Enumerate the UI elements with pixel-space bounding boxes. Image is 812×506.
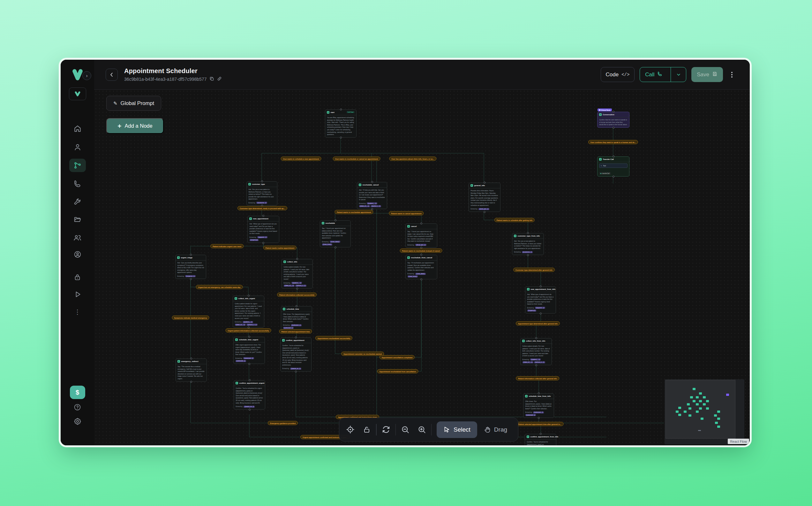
- edge-condition-label[interactable]: Urgent but not emergency, can schedule s…: [196, 285, 243, 289]
- flow-node-new_appointment[interactable]: new_appointmentAsk: 'What type of appoin…: [247, 216, 279, 243]
- conversation-node-icon: [283, 260, 286, 263]
- flow-node-emergency_redirect[interactable]: emergency_redirectSay: 'This sounds like…: [176, 358, 207, 382]
- edge-condition-label[interactable]: Appointment cancellation completed: [379, 355, 415, 359]
- add-node-button[interactable]: + Add a Node: [106, 118, 164, 134]
- flow-node-transfer_call[interactable]: Transfer Call✎TooltransferCall: [597, 156, 629, 177]
- cursor-icon: [443, 426, 450, 433]
- zoom-in-button[interactable]: [415, 422, 428, 437]
- edge-condition-label[interactable]: User wants to schedule a new appointment: [281, 157, 322, 161]
- edge-condition-label[interactable]: Customer type determined after general i…: [513, 268, 555, 272]
- flow-node-collect_info[interactable]: collect_infoCollect patient details. For…: [281, 259, 313, 288]
- copy-icon[interactable]: [209, 76, 214, 82]
- sidebar-item-api-keys[interactable]: [61, 270, 94, 284]
- refresh-layout-button[interactable]: [379, 422, 393, 437]
- lock-toggle-button[interactable]: [360, 422, 373, 437]
- zoom-out-button[interactable]: [398, 422, 412, 437]
- flow-node-urgent_triage[interactable]: urgent_triageAsk: 'Can you briefly descr…: [175, 255, 206, 279]
- back-button[interactable]: [106, 69, 118, 81]
- edge-condition-label[interactable]: User wants to reschedule or cancel an ap…: [333, 157, 380, 161]
- flow-node-reschedule[interactable]: rescheduleSay: 'I found your appointment…: [320, 220, 351, 247]
- node-body: Confirm: 'You're scheduled for urgent {{…: [234, 386, 265, 406]
- sidebar-item-assistants[interactable]: [61, 140, 94, 154]
- edge-condition-label[interactable]: Symptoms indicate medical emergency: [172, 316, 209, 320]
- edge-condition-label[interactable]: Appointment rescheduled successfully: [315, 336, 352, 340]
- sidebar-item-more[interactable]: ⋮: [61, 305, 94, 319]
- flow-node-schedule_time_urgent[interactable]: schedule_time_urgentOffer urgent appoint…: [233, 337, 265, 364]
- select-mode-button[interactable]: Select: [437, 421, 477, 438]
- sidebar-item-tools[interactable]: [61, 195, 94, 209]
- minimap-node-dot: [717, 418, 720, 420]
- fit-view-button[interactable]: [344, 422, 357, 437]
- flow-node-new_appointment_from_info[interactable]: new_appointment_from_infoAsk: 'What type…: [525, 286, 556, 314]
- global-prompt-button[interactable]: ✎ Global Prompt: [106, 96, 161, 111]
- extract-variable-chip: {{urgency}}: [250, 239, 259, 241]
- save-button[interactable]: Save: [691, 67, 723, 82]
- sidebar-item-files[interactable]: [61, 212, 94, 226]
- edge-condition-label[interactable]: Patient wants to cancel appointment: [389, 212, 424, 216]
- edge-condition-label[interactable]: Appointment type determined after genera…: [516, 322, 560, 326]
- edge-condition-label[interactable]: Urgent patient information collected suc…: [225, 329, 271, 333]
- edge-condition-label[interactable]: User has questions about clinic info, ho…: [389, 157, 436, 161]
- flow-node-cancel[interactable]: cancelSay: 'I found your appointment on …: [405, 224, 437, 248]
- sidebar-item-billing[interactable]: $: [61, 385, 94, 399]
- edge-condition-label[interactable]: Patient wants to reschedule appointment: [335, 210, 373, 214]
- tool-select-row[interactable]: ✎Tool: [599, 163, 628, 168]
- code-button[interactable]: Code </>: [601, 67, 635, 82]
- page-title: Appointment Scheduler: [124, 67, 222, 75]
- sidebar-item-settings[interactable]: [61, 414, 94, 428]
- edge-condition-label[interactable]: Patient indicates urgent care need: [210, 244, 244, 248]
- extracting-row: Extracting:{{custome...}}: [247, 202, 277, 205]
- edge-condition-label[interactable]: User confirms they want to speak to a hu…: [588, 140, 638, 144]
- call-options-button[interactable]: [670, 67, 686, 82]
- flow-node-conversation_global[interactable]: Global NodeConversationConfirm that the …: [597, 112, 629, 128]
- conversation-node-icon: [359, 184, 362, 186]
- flow-node-schedule_time_from_info[interactable]: schedule_time_from_infoOffer times: 'For…: [523, 393, 554, 418]
- sidebar-item-home[interactable]: [61, 121, 94, 136]
- edge-condition-label[interactable]: Customer type determined, ready to proce…: [238, 206, 287, 210]
- sidebar-item-phone-numbers[interactable]: [61, 177, 94, 191]
- edge-condition-label[interactable]: Emergency guidance provided: [268, 421, 298, 425]
- edge-condition-label[interactable]: Appointment rescheduled from cancellatio…: [377, 369, 419, 373]
- extract-variable-chip: {{custome...}}: [522, 251, 533, 253]
- edge-condition-label[interactable]: Patient information collected successful…: [277, 293, 317, 297]
- sidebar-item-org-switcher[interactable]: [61, 87, 94, 101]
- sidebar-item-help[interactable]: [61, 400, 94, 414]
- link-icon[interactable]: [217, 76, 222, 82]
- drag-mode-button[interactable]: Drag: [477, 421, 514, 438]
- more-menu-button[interactable]: [728, 71, 736, 79]
- edge-condition-label[interactable]: Patient needs routine appointment: [263, 246, 296, 250]
- minimap[interactable]: [664, 379, 744, 444]
- node-title: emergency_redirect: [181, 360, 198, 362]
- flow-node-start[interactable]: startCall StartYou are Riley, appointmen…: [325, 109, 357, 138]
- edge-condition-label[interactable]: Patient wants to reschedule instead of c…: [400, 249, 442, 253]
- node-title: new_appointment: [253, 218, 268, 220]
- flow-node-general_info[interactable]: general_infoProvide clinic information. …: [468, 183, 501, 212]
- edge-condition-label[interactable]: Patient selected appointment time: [279, 329, 312, 334]
- flow-node-customer_type[interactable]: customer_typeAsk: 'Are you a new patient…: [246, 181, 277, 205]
- edge-condition-label[interactable]: Appointment canceled, no reschedule want…: [341, 352, 384, 356]
- flow-canvas[interactable]: ✎ Global Prompt + Add a Node startCall S…: [94, 89, 750, 445]
- extract-variable-chip: {{new_time}}: [408, 275, 418, 277]
- call-button[interactable]: Call: [640, 67, 668, 82]
- flow-node-collect_info_from_info[interactable]: collect_info_from_infoCollect patient de…: [520, 338, 552, 365]
- sidebar-item-workflows[interactable]: [61, 158, 94, 172]
- flow-node-reschedule_cancel[interactable]: reschedule_cancelAsk: 'I'll help you wit…: [357, 182, 387, 209]
- sidebar-item-squads[interactable]: [61, 231, 94, 245]
- sidebar-expand-button[interactable]: ›: [82, 71, 91, 80]
- edge-condition-label[interactable]: Patient wants to schedule after getting …: [494, 218, 535, 222]
- sidebar-item-test[interactable]: [61, 287, 94, 302]
- node-body: Ask: 'What type of appointment do you ne…: [248, 222, 279, 237]
- edge-condition-label[interactable]: Patient selected appointment time after …: [516, 422, 564, 426]
- edge-condition-label[interactable]: Patient information collected after gene…: [516, 376, 559, 381]
- flow-node-collect_info_urgent[interactable]: collect_info_urgentCollect patient detai…: [233, 296, 264, 328]
- node-body: Ask: 'I'll help you with that. Can you p…: [357, 188, 387, 203]
- flow-node-schedule_time[interactable]: schedule_timeOffer times: 'For {{appoint…: [281, 306, 312, 331]
- conversation-node-icon: [407, 256, 410, 259]
- flow-node-confirm_appointment_from_info[interactable]: confirm_appointment_from_infoConfirm: 'Y…: [525, 434, 556, 445]
- sidebar-item-voice-library[interactable]: [61, 247, 94, 261]
- flow-node-customer_type_from_info[interactable]: customer_type_from_infoAsk: 'Are you a n…: [512, 233, 544, 255]
- flow-node-reschedule_from_cancel[interactable]: reschedule_from_cancelSay: 'I'll resched…: [405, 255, 437, 279]
- flow-node-confirm_appointment[interactable]: confirm_appointmentConfirm: 'You're sche…: [280, 337, 311, 371]
- minimap-node-dot: [706, 407, 709, 410]
- flow-node-confirm_appointment_urgent[interactable]: confirm_appointment_urgentConfirm: 'You'…: [234, 380, 265, 410]
